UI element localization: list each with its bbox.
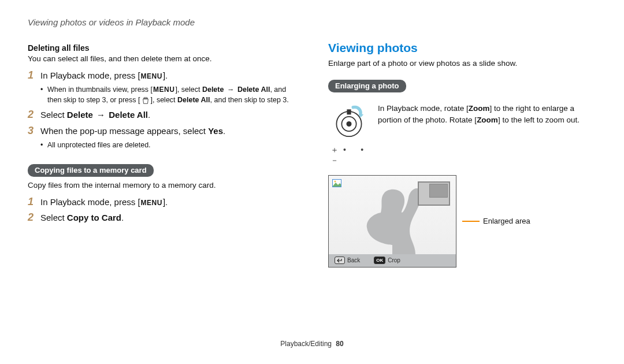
t: ] to the left to zoom out. [498,116,580,124]
step-body: When the pop-up message appears, select … [40,125,225,150]
menu-button-label: MENU [153,85,175,95]
t: In Playback mode, rotate [ [378,104,469,113]
t: Delete All [177,96,210,104]
arrow: → [94,110,107,120]
viewing-photos-intro: Enlarge part of a photo or view photos a… [328,58,596,69]
step-body: In Playback mode, press [MENU]. [40,196,168,209]
back-label: Back [347,257,360,263]
t: Yes [208,126,223,136]
ok-key-icon: OK [374,257,385,264]
t: When in thumbnails view, press [ [47,86,153,94]
svg-rect-3 [347,109,351,114]
delete-step-2: 2 Select Delete → Delete All. [28,109,296,121]
t: Delete [202,86,224,94]
copy-step-1: 1 In Playback mode, press [MENU]. [28,196,296,209]
t: ], select [175,86,202,94]
t: Delete [67,110,93,120]
plus-icon: ＋ [330,145,340,154]
step-number: 2 [28,211,40,224]
copy-steps: 1 In Playback mode, press [MENU]. 2 Sele… [28,196,296,225]
sub-bullets: All unprotected files are deleted. [40,140,225,150]
enlarged-area-inner [429,184,448,198]
zoom-description: In Playback mode, rotate [Zoom] to the r… [378,103,596,127]
camera-screen-illustration: Back OK Crop [328,175,456,268]
menu-button-label: MENU [140,198,163,208]
step-number: 1 [28,69,40,82]
screen-illustration-row: Back OK Crop Enlarged area [328,175,596,268]
page-footer: Playback/Editing 80 [0,340,624,348]
copying-files-pill: Copying files to a memory card [28,164,154,177]
step-text: ]. [163,70,168,80]
callout: Enlarged area [462,217,530,225]
return-key-icon [335,257,345,264]
step-body: Select Delete → Delete All. [40,109,150,121]
t: , and then skip to step 3. [210,96,289,104]
step-text: In Playback mode, press [ [40,70,140,80]
step-number: 3 [28,125,40,138]
step-number: 1 [28,196,40,209]
sub-bullet: All unprotected files are deleted. [40,140,225,150]
deleting-all-files-intro: You can select all files, and then delet… [28,54,296,65]
t: When the pop-up message appears, select [40,126,208,136]
copy-step-2: 2 Select Copy to Card. [28,211,296,224]
left-column: Deleting all files You can select all fi… [28,43,296,268]
t: In Playback mode, press [ [40,197,140,207]
sub-bullets: When in thumbnails view, press [MENU], s… [40,84,296,106]
crop-button: OK Crop [374,257,400,264]
step-body: Select Copy to Card. [40,211,124,224]
enlarged-area-label: Enlarged area [483,217,530,225]
t: Select [40,213,67,222]
page: Viewing photos or videos in Playback mod… [0,0,624,364]
page-number: 80 [336,340,343,348]
t: . [148,110,150,120]
arrow: → [225,86,236,94]
step-number: 2 [28,109,40,121]
t: . [121,213,124,222]
menu-button-label: MENU [140,72,163,81]
delete-step-1: 1 In Playback mode, press [MENU]. When i… [28,69,296,105]
back-button: Back [335,257,360,264]
t: Zoom [477,116,498,124]
t: . [223,126,225,136]
running-head: Viewing photos or videos in Playback mod… [28,17,596,27]
step-body: In Playback mode, press [MENU]. When in … [40,69,296,105]
right-column: Viewing photos Enlarge part of a photo o… [328,43,596,268]
t: Delete All [109,110,148,120]
trash-icon [140,96,151,105]
dot: • [343,145,347,154]
zoom-plus-minus: ＋ • • － [328,145,370,166]
sub-bullet: When in thumbnails view, press [MENU], s… [40,84,296,106]
zoom-dial-column: ＋ • • － [328,103,370,166]
copying-intro: Copy files from the internal memory to a… [28,180,296,191]
enlarging-pill: Enlarging a photo [328,80,406,92]
zoom-dial-icon [328,103,370,142]
zoom-block: ＋ • • － In Playback mode, rotate [Zoom] … [328,103,596,166]
deleting-all-files-heading: Deleting all files [28,43,296,53]
t: Zoom [469,104,490,113]
t: Delete All [237,86,270,94]
footer-section: Playback/Editing [280,340,332,348]
t: Copy to Card [67,213,121,222]
svg-point-2 [347,121,352,127]
minus-icon: － [330,155,340,165]
delete-step-3: 3 When the pop-up message appears, selec… [28,125,296,150]
enlarged-area-indicator [418,181,450,206]
two-column-layout: Deleting all files You can select all fi… [28,43,596,268]
crop-label: Crop [388,257,400,263]
screen-bottom-bar: Back OK Crop [329,254,456,267]
t: Select [40,110,67,120]
delete-steps: 1 In Playback mode, press [MENU]. When i… [28,69,296,150]
dot: • [361,145,365,154]
viewing-photos-title: Viewing photos [328,41,596,55]
t: ]. [163,197,168,207]
t: ], select [151,96,178,104]
callout-line [462,221,480,222]
